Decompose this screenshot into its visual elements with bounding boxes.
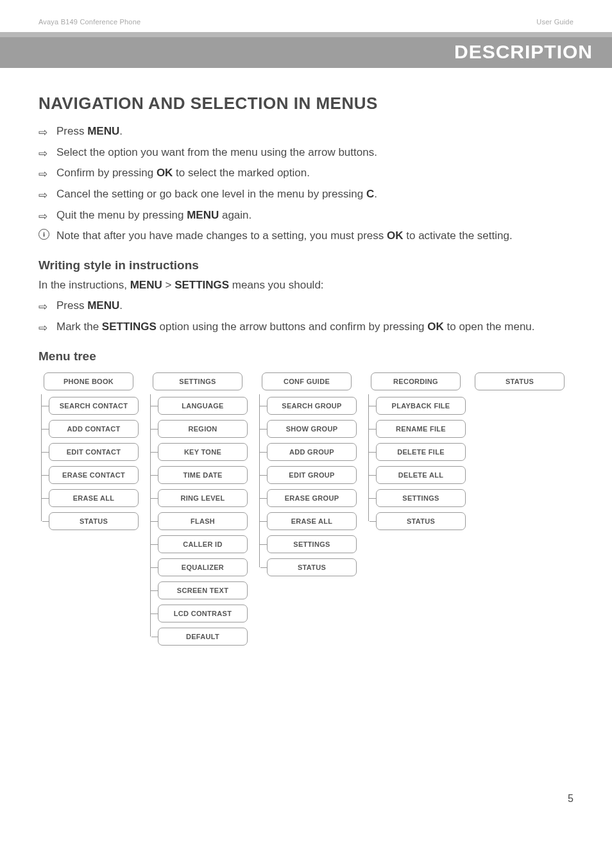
tree-child-wrapper: EDIT GROUP <box>267 466 357 484</box>
step-text: to activate the setting. <box>404 230 513 242</box>
tree-child-wrapper: ERASE CONTACT <box>49 466 139 484</box>
tree-child-node: SETTINGS <box>376 489 466 507</box>
page-number: 5 <box>0 793 612 824</box>
tree-child-wrapper: SETTINGS <box>267 535 357 553</box>
tree-child-wrapper: FLASH <box>158 512 248 530</box>
subheading-menu-tree: Menu tree <box>38 349 574 363</box>
tree-child-wrapper: RENAME FILE <box>376 420 466 438</box>
tree-child-node: ERASE ALL <box>267 512 357 530</box>
tree-child-wrapper: DELETE ALL <box>376 466 466 484</box>
tree-child-node: ADD CONTACT <box>49 420 139 438</box>
tree-child-wrapper: ERASE ALL <box>267 512 357 530</box>
step-text: Quit the menu by pressing <box>56 209 187 221</box>
tree-root-node: RECORDING <box>371 372 461 390</box>
tree-children: PLAYBACK FILERENAME FILEDELETE FILEDELET… <box>366 397 466 530</box>
step-text: . <box>119 299 123 312</box>
tree-column: RECORDINGPLAYBACK FILERENAME FILEDELETE … <box>366 372 466 530</box>
tree-child-wrapper: TIME DATE <box>158 466 248 484</box>
tree-child-wrapper: LANGUAGE <box>158 397 248 415</box>
tree-child-node: STATUS <box>267 558 357 576</box>
info-icon: i <box>38 229 49 240</box>
tree-child-node: ERASE GROUP <box>267 489 357 507</box>
step-text: Press <box>56 299 87 312</box>
tree-child-node: ADD GROUP <box>267 443 357 461</box>
step-keyword: MENU <box>87 299 119 312</box>
tree-child-node: STATUS <box>376 512 466 530</box>
header-divider <box>0 32 612 37</box>
step-text: Mark the <box>56 321 102 333</box>
step-keyword: C <box>366 188 374 200</box>
tree-child-node: EDIT CONTACT <box>49 443 139 461</box>
tree-child-wrapper: DELETE FILE <box>376 443 466 461</box>
intro-text: In the instructions, <box>38 279 130 291</box>
tree-root-node: STATUS <box>475 372 565 390</box>
step-text: Select the option you want from the menu… <box>56 146 377 158</box>
arrow-right-icon: ⇨ <box>38 321 47 337</box>
arrow-right-icon: ⇨ <box>38 209 47 225</box>
tree-child-node: TIME DATE <box>158 466 248 484</box>
step-text: Note that after you have made changes to… <box>56 230 387 242</box>
tree-child-wrapper: STATUS <box>267 558 357 576</box>
tree-child-node: SCREEN TEXT <box>158 581 248 599</box>
tree-child-wrapper: CALLER ID <box>158 535 248 553</box>
tree-child-node: REGION <box>158 420 248 438</box>
tree-child-node: ERASE CONTACT <box>49 466 139 484</box>
step-item-info: i Note that after you have made changes … <box>38 228 574 244</box>
tree-child-node: RING LEVEL <box>158 489 248 507</box>
arrow-right-icon: ⇨ <box>38 125 47 141</box>
intro-keyword: MENU <box>130 279 162 291</box>
tree-child-wrapper: ERASE ALL <box>49 489 139 507</box>
tree-child-node: SHOW GROUP <box>267 420 357 438</box>
step-item: ⇨ Select the option you want from the me… <box>38 145 574 161</box>
tree-children: SEARCH GROUPSHOW GROUPADD GROUPEDIT GROU… <box>257 397 357 576</box>
menu-tree: PHONE BOOKSEARCH CONTACTADD CONTACTEDIT … <box>38 372 574 646</box>
tree-children: LANGUAGEREGIONKEY TONETIME DATERING LEVE… <box>148 397 248 646</box>
tree-child-node: SEARCH CONTACT <box>49 397 139 415</box>
tree-child-node: DEFAULT <box>158 628 248 646</box>
tree-child-wrapper: SETTINGS <box>376 489 466 507</box>
intro-text: means you should: <box>229 279 323 291</box>
tree-child-node: DELETE FILE <box>376 443 466 461</box>
subheading-writing-style: Writing style in instructions <box>38 258 574 272</box>
tree-child-wrapper: SEARCH GROUP <box>267 397 357 415</box>
step-item: ⇨ Quit the menu by pressing MENU again. <box>38 208 574 224</box>
step-keyword: MENU <box>187 209 219 221</box>
step-item: ⇨ Mark the SETTINGS option using the arr… <box>38 319 574 335</box>
arrow-right-icon: ⇨ <box>38 299 47 315</box>
tree-child-wrapper: RING LEVEL <box>158 489 248 507</box>
header-left: Avaya B149 Conference Phone <box>38 18 140 26</box>
step-keyword: OK <box>427 321 444 333</box>
step-text: option using the arrow buttons and confi… <box>157 321 427 333</box>
tree-column: STATUS <box>475 372 565 397</box>
tree-root-node: CONF GUIDE <box>262 372 352 390</box>
arrow-right-icon: ⇨ <box>38 188 47 204</box>
page-header: Avaya B149 Conference Phone User Guide <box>0 0 612 32</box>
tree-children: SEARCH CONTACTADD CONTACTEDIT CONTACTERA… <box>38 397 139 530</box>
tree-child-node: SETTINGS <box>267 535 357 553</box>
tree-child-node: EQUALIZER <box>158 558 248 576</box>
tree-column: SETTINGSLANGUAGEREGIONKEY TONETIME DATER… <box>148 372 248 646</box>
tree-child-wrapper: ADD CONTACT <box>49 420 139 438</box>
tree-child-wrapper: ADD GROUP <box>267 443 357 461</box>
tree-child-wrapper: EQUALIZER <box>158 558 248 576</box>
tree-child-node: LANGUAGE <box>158 397 248 415</box>
tree-child-node: ERASE ALL <box>49 489 139 507</box>
tree-child-node: STATUS <box>49 512 139 530</box>
tree-child-node: SEARCH GROUP <box>267 397 357 415</box>
step-keyword: SETTINGS <box>102 321 157 333</box>
step-keyword: MENU <box>87 125 119 137</box>
step-item: ⇨ Cancel the setting or go back one leve… <box>38 187 574 203</box>
step-text: Confirm by pressing <box>56 167 157 179</box>
step-text: to open the menu. <box>444 321 535 333</box>
tree-child-wrapper: STATUS <box>376 512 466 530</box>
tree-root-node: PHONE BOOK <box>44 372 133 390</box>
tree-child-wrapper: EDIT CONTACT <box>49 443 139 461</box>
tree-child-wrapper: PLAYBACK FILE <box>376 397 466 415</box>
arrow-right-icon: ⇨ <box>38 167 47 183</box>
intro-keyword: SETTINGS <box>174 279 229 291</box>
header-right: User Guide <box>536 18 574 26</box>
tree-child-node: EDIT GROUP <box>267 466 357 484</box>
tree-child-node: LCD CONTRAST <box>158 605 248 622</box>
step-keyword: OK <box>387 230 404 242</box>
step-item: ⇨ Press MENU. <box>38 124 574 140</box>
